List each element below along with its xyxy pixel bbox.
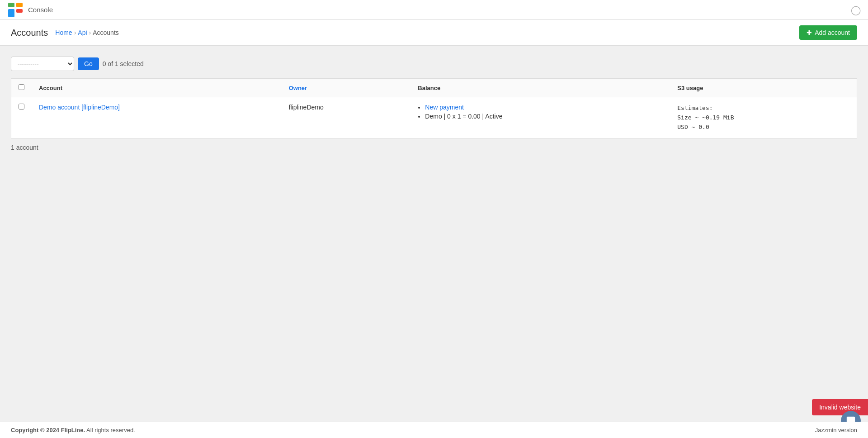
page-title: Accounts (11, 28, 48, 38)
svg-rect-1 (16, 3, 23, 7)
page-footer: Copyright © 2024 FlipLine. All rights re… (0, 422, 868, 438)
app-logo (7, 2, 24, 18)
account-name-cell: Demo account [fliplineDemo] (32, 97, 282, 138)
table-row: Demo account [fliplineDemo] fliplineDemo… (11, 97, 857, 138)
s3-estimates-label: Estimates: (677, 104, 849, 113)
go-button[interactable]: Go (78, 57, 99, 70)
user-icon[interactable]: ◯ (851, 5, 861, 15)
table-body: Demo account [fliplineDemo] fliplineDemo… (11, 97, 857, 138)
account-count: 1 account (11, 144, 857, 151)
s3-usage-column-header: S3 usage (670, 79, 857, 97)
s3-usage-text: Estimates: Size ~ ~0.19 MiB USD ~ 0.0 (677, 104, 849, 132)
app-title: Console (28, 6, 53, 14)
row-checkbox[interactable] (19, 104, 24, 110)
add-account-button[interactable]: ✚ Add account (799, 25, 857, 40)
breadcrumb-sep-1: › (74, 29, 76, 36)
accounts-table: Account Owner Balance S3 usage Demo acco… (11, 78, 857, 138)
account-name-link[interactable]: Demo account [fliplineDemo] (39, 104, 120, 111)
balance-detail: Demo | 0 x 1 = 0.00 | Active (425, 113, 663, 120)
nav-left: Console (7, 2, 53, 18)
owner-cell: fliplineDemo (282, 97, 411, 138)
breadcrumb-home[interactable]: Home (55, 29, 72, 36)
footer-copyright: Copyright © 2024 FlipLine. All rights re… (11, 427, 135, 433)
svg-rect-2 (8, 9, 14, 17)
breadcrumb-current: Accounts (93, 29, 119, 36)
owner-column-header[interactable]: Owner (282, 79, 411, 97)
balance-new-payment: New payment (425, 104, 663, 111)
s3-size: Size ~ ~0.19 MiB (677, 113, 849, 123)
add-account-label: Add account (815, 29, 850, 36)
selected-count: 0 of 1 selected (103, 60, 144, 67)
table-header: Account Owner Balance S3 usage (11, 79, 857, 97)
select-all-checkbox[interactable] (19, 84, 24, 90)
new-payment-link[interactable]: New payment (425, 104, 464, 111)
account-column-header: Account (32, 79, 282, 97)
balance-cell: New payment Demo | 0 x 1 = 0.00 | Active (410, 97, 670, 138)
select-all-header[interactable] (11, 79, 32, 97)
page-header: Accounts Home › Api › Accounts ✚ Add acc… (0, 20, 868, 46)
balance-list: New payment Demo | 0 x 1 = 0.00 | Active (418, 104, 663, 120)
breadcrumb: Home › Api › Accounts (55, 29, 119, 36)
footer-rights: All rights reserved. (86, 427, 135, 433)
invalid-website-button[interactable]: Invalid website (812, 399, 868, 415)
header-left: Accounts Home › Api › Accounts (11, 28, 119, 38)
svg-rect-0 (8, 3, 14, 7)
bulk-action-select[interactable]: ---------- (11, 57, 74, 71)
breadcrumb-api[interactable]: Api (78, 29, 87, 36)
balance-column-header: Balance (410, 79, 670, 97)
footer-company: Copyright © 2024 FlipLine. (11, 427, 85, 433)
top-navigation: Console ◯ (0, 0, 868, 20)
footer-version: Jazzmin version (815, 427, 857, 433)
breadcrumb-sep-2: › (89, 29, 91, 36)
plus-icon: ✚ (807, 29, 812, 36)
main-content: ---------- Go 0 of 1 selected Account Ow… (0, 46, 868, 162)
s3-usage-cell: Estimates: Size ~ ~0.19 MiB USD ~ 0.0 (670, 97, 857, 138)
row-checkbox-cell[interactable] (11, 97, 32, 138)
action-bar: ---------- Go 0 of 1 selected (11, 57, 857, 71)
s3-usd: USD ~ 0.0 (677, 123, 849, 132)
svg-rect-3 (16, 9, 23, 13)
